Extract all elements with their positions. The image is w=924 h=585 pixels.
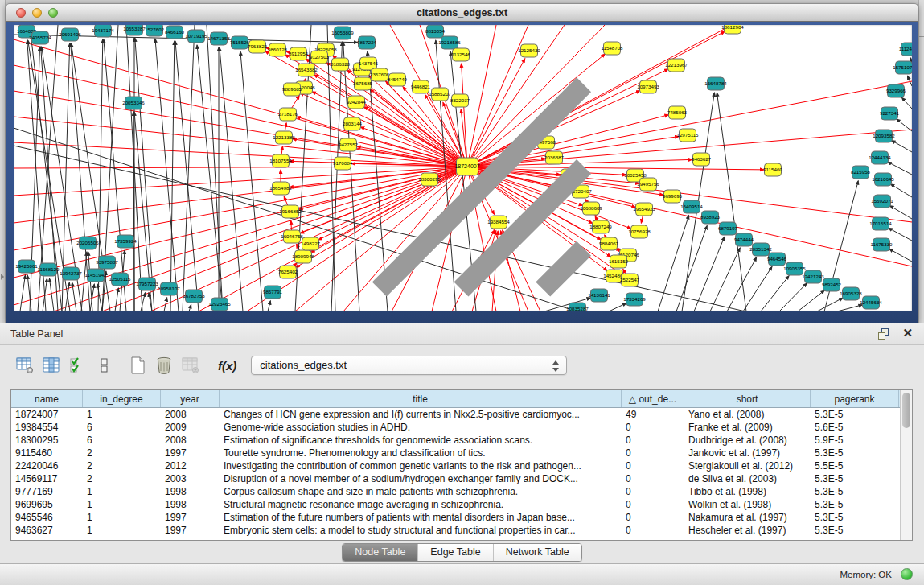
table-row[interactable]: 946554611997Estimation of the future num… — [11, 511, 900, 524]
network-canvas[interactable]: 1664007240557242069140619437174106532871… — [14, 25, 912, 311]
table-cell: 0 — [622, 447, 684, 459]
tab-network-table[interactable]: Network Table — [493, 544, 581, 561]
left-panel-collapsed-rail[interactable] — [0, 0, 6, 323]
column-header-in_degree[interactable]: in_degree — [83, 390, 161, 407]
table-row[interactable]: 2242004622012Investigating the contribut… — [11, 459, 900, 472]
table-cell: 2 — [83, 472, 161, 485]
table-cell: Changes of HCN gene expression and I(f) … — [220, 408, 622, 421]
delete-table-icon[interactable] — [154, 355, 175, 376]
table-cell: Hescheler et al. (1997) — [684, 524, 811, 537]
table-cell: 22420046 — [11, 459, 83, 472]
column-header-year[interactable]: year — [161, 390, 220, 407]
table-cell: Investigating the contribution of common… — [220, 459, 622, 472]
table-cell: 6 — [83, 421, 161, 434]
table-row[interactable]: 946362711997Embryonic stem cells: a mode… — [11, 524, 900, 537]
table-cell: Tourette syndrome. Phenomenology and cla… — [220, 447, 622, 459]
canvas-resize-grip[interactable] — [12, 23, 910, 310]
table-cell: 18300295 — [11, 434, 83, 447]
table-cell: 9465546 — [11, 511, 83, 524]
close-panel-icon[interactable]: ✕ — [902, 327, 913, 340]
tab-edge-table[interactable]: Edge Table — [417, 544, 492, 561]
table-cell: 2009 — [161, 421, 220, 434]
table-cell: 2008 — [161, 408, 220, 421]
table-cell: 5.5E-5 — [811, 459, 899, 472]
float-panel-icon[interactable] — [878, 328, 890, 340]
tab-node-table[interactable]: Node Table — [343, 544, 417, 561]
table-cell: Corpus callosum shape and size in male p… — [220, 485, 622, 498]
table-select-dropdown[interactable]: citations_edges.txt — [251, 356, 567, 375]
table-row[interactable]: 1456911722003Disruption of a novel membe… — [11, 472, 900, 485]
dropdown-stepper-icon — [552, 360, 559, 373]
table-cell: Stergiakouli et al. (2012) — [684, 459, 811, 472]
row-height-icon[interactable] — [94, 355, 115, 376]
memory-status-label: Memory: OK — [840, 570, 892, 579]
table-toolbar: f(x) citations_edges.txt — [0, 345, 924, 385]
table-body: 1872400712008Changes of HCN gene express… — [11, 408, 900, 537]
table-cell: 2003 — [161, 472, 220, 485]
table-cell: Franke et al. (2009) — [684, 421, 811, 434]
table-cell: 5.3E-5 — [811, 511, 899, 524]
table-cell: 1 — [83, 511, 161, 524]
table-cell: 5.9E-5 — [811, 434, 899, 447]
column-header-name[interactable]: name — [11, 390, 83, 407]
table-cell: 5.3E-5 — [811, 524, 899, 537]
scrollbar-thumb[interactable] — [902, 393, 910, 428]
table-cell: 5.6E-5 — [811, 421, 899, 434]
table-settings-icon[interactable] — [14, 355, 35, 376]
table-row[interactable]: 1938455462009Genome-wide association stu… — [11, 421, 900, 434]
table-cell: 9115460 — [11, 447, 83, 459]
table-row[interactable]: 969969511998Structural magnetic resonanc… — [11, 498, 900, 511]
function-builder-icon[interactable]: f(x) — [218, 359, 236, 373]
table-row[interactable]: 1872400712008Changes of HCN gene express… — [11, 408, 900, 421]
column-header-out_de[interactable]: △ out_de... — [622, 390, 684, 407]
table-cell: 1997 — [161, 524, 220, 537]
table-cell: 0 — [622, 434, 684, 447]
table-header-row: namein_degreeyeartitle△ out_de...shortpa… — [11, 390, 900, 408]
table-cell: 1 — [83, 498, 161, 511]
column-header-short[interactable]: short — [684, 390, 811, 407]
network-window: citations_edges.txt 1 — [6, 3, 918, 323]
table-cell: 0 — [622, 421, 684, 434]
table-cell: 5.3E-5 — [811, 498, 899, 511]
table-row[interactable]: 1830029562008Estimation of significance … — [11, 434, 900, 447]
table-cell: 9463627 — [11, 524, 83, 537]
table-cell: 0 — [622, 498, 684, 511]
network-desktop: citations_edges.txt 1 — [0, 0, 924, 323]
table-select-value: citations_edges.txt — [260, 359, 347, 371]
network-window-titlebar[interactable]: citations_edges.txt — [6, 3, 918, 22]
table-cell: 14569117 — [11, 472, 83, 485]
table-panel-header: Table Panel ✕ — [0, 323, 924, 345]
table-cell: 0 — [622, 485, 684, 498]
show-columns-icon[interactable] — [41, 355, 62, 376]
table-cell: 6 — [83, 434, 161, 447]
table-vertical-scrollbar[interactable] — [900, 390, 912, 540]
memory-ok-indicator-icon — [901, 568, 913, 580]
select-rows-icon[interactable] — [68, 355, 88, 376]
table-cell: 0 — [622, 511, 684, 524]
table-cell: 5.3E-5 — [811, 472, 899, 485]
right-panel-collapsed-rail[interactable] — [918, 0, 924, 323]
table-cell: Tibbo et al. (1998) — [684, 485, 811, 498]
table-cell: Structural magnetic resonance image aver… — [220, 498, 622, 511]
panel-expand-handle-icon[interactable] — [1, 274, 4, 280]
table-cell: 2008 — [161, 434, 220, 447]
network-desktop-frame: 1664007240557242069140619437174106532871… — [6, 22, 918, 323]
new-table-icon[interactable] — [127, 355, 148, 376]
network-window-title: citations_edges.txt — [6, 7, 918, 19]
table-cell: 1 — [83, 524, 161, 537]
node-table: namein_degreeyeartitle△ out_de...shortpa… — [10, 389, 913, 541]
table-cell: 5.3E-5 — [811, 485, 899, 498]
table-cell: 1997 — [161, 447, 220, 459]
table-panel-title: Table Panel — [10, 328, 63, 340]
table-cell: de Silva et al. (2003) — [684, 472, 811, 485]
table-row[interactable]: 911546021997Tourette syndrome. Phenomeno… — [11, 447, 900, 459]
table-cell: 0 — [622, 524, 684, 537]
column-header-pagerank[interactable]: pagerank — [811, 390, 899, 407]
table-cell: Genome-wide association studies in ADHD. — [220, 421, 622, 434]
table-cell: Estimation of significance thresholds fo… — [220, 434, 622, 447]
table-row[interactable]: 977716911998Corpus callosum shape and si… — [11, 485, 900, 498]
table-cell: 5.3E-5 — [811, 447, 899, 459]
table-cell: 2 — [83, 447, 161, 459]
table-cell: 1998 — [161, 485, 220, 498]
column-header-title[interactable]: title — [220, 390, 622, 407]
